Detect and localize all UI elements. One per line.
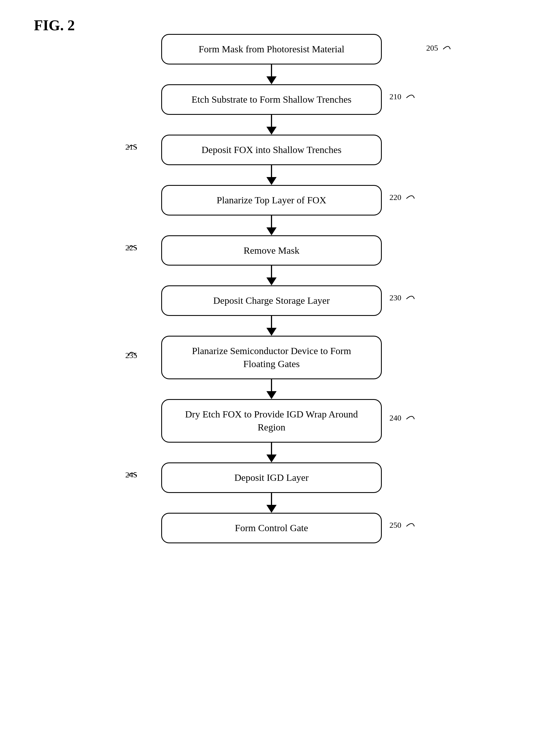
flowchart: Form Mask from Photoresist Material 205 (144, 34, 399, 543)
svg-text:210: 210 (389, 92, 401, 101)
step-wrapper-205: Form Mask from Photoresist Material 205 (144, 34, 399, 84)
step-row-250: Form Control Gate 250 (144, 513, 399, 543)
step-text-210: Etch Substrate to Form Shallow Trenches (191, 93, 352, 106)
step-box-230: Deposit Charge Storage Layer 230 (161, 285, 382, 316)
step-wrapper-240: Dry Etch FOX to Provide IGD Wrap Around … (144, 399, 399, 462)
step-text-235: Planarize Semiconductor Device to Form F… (176, 344, 367, 371)
step-row-225: Remove Mask 225 (144, 235, 399, 266)
step-text-250: Form Control Gate (235, 522, 308, 535)
svg-text:230: 230 (389, 293, 401, 302)
step-wrapper-220: Planarize Top Layer of FOX 220 (144, 185, 399, 235)
step-wrapper-225: Remove Mask 225 (144, 235, 399, 286)
page: FIG. 2 Form Mask from Photoresist Materi… (0, 0, 543, 756)
step-wrapper-210: Etch Substrate to Form Shallow Trenches … (144, 84, 399, 135)
svg-text:225: 225 (125, 243, 137, 252)
svg-text:250: 250 (389, 521, 401, 529)
step-row-240: Dry Etch FOX to Provide IGD Wrap Around … (144, 399, 399, 443)
connector-245 (266, 493, 277, 513)
step-row-245: Deposit IGD Layer 245 (144, 462, 399, 493)
step-wrapper-250: Form Control Gate 250 (144, 513, 399, 543)
connector-220 (266, 216, 277, 235)
step-wrapper-245: Deposit IGD Layer 245 (144, 462, 399, 513)
step-box-220: Planarize Top Layer of FOX 220 (161, 185, 382, 216)
step-row-215: Deposit FOX into Shallow Trenches 215 (144, 135, 399, 165)
step-box-245: Deposit IGD Layer 245 (161, 462, 382, 493)
step-text-225: Remove Mask (244, 244, 299, 257)
step-text-245: Deposit IGD Layer (234, 471, 309, 484)
step-box-215: Deposit FOX into Shallow Trenches 215 (161, 135, 382, 165)
svg-text:235: 235 (125, 351, 137, 360)
svg-text:245: 245 (125, 470, 137, 479)
step-row-235: Planarize Semiconductor Device to Form F… (144, 336, 399, 379)
step-wrapper-235: Planarize Semiconductor Device to Form F… (144, 336, 399, 399)
step-text-220: Planarize Top Layer of FOX (217, 194, 326, 207)
step-row-230: Deposit Charge Storage Layer 230 (144, 285, 399, 316)
step-text-240: Dry Etch FOX to Provide IGD Wrap Around … (176, 408, 367, 434)
step-row-220: Planarize Top Layer of FOX 220 (144, 185, 399, 216)
svg-text:215: 215 (125, 143, 137, 151)
step-text-205: Form Mask from Photoresist Material (199, 43, 344, 56)
step-wrapper-230: Deposit Charge Storage Layer 230 (144, 285, 399, 336)
svg-text:205: 205 (426, 44, 438, 52)
connector-240 (266, 443, 277, 462)
step-box-250: Form Control Gate 250 (161, 513, 382, 543)
step-row-205: Form Mask from Photoresist Material 205 (144, 34, 399, 64)
step-box-235: Planarize Semiconductor Device to Form F… (161, 336, 382, 379)
connector-205 (266, 64, 277, 84)
connector-225 (266, 266, 277, 285)
figure-label: FIG. 2 (34, 17, 75, 34)
svg-text:240: 240 (389, 413, 401, 422)
connector-230 (266, 316, 277, 336)
step-box-240: Dry Etch FOX to Provide IGD Wrap Around … (161, 399, 382, 443)
svg-text:220: 220 (389, 193, 401, 202)
step-text-230: Deposit Charge Storage Layer (213, 294, 330, 307)
step-wrapper-215: Deposit FOX into Shallow Trenches 215 (144, 135, 399, 185)
step-box-210: Etch Substrate to Form Shallow Trenches … (161, 84, 382, 115)
step-box-205: Form Mask from Photoresist Material 205 (161, 34, 382, 64)
connector-210 (266, 115, 277, 135)
connector-235 (266, 379, 277, 399)
step-row-210: Etch Substrate to Form Shallow Trenches … (144, 84, 399, 115)
step-box-225: Remove Mask 225 (161, 235, 382, 266)
step-text-215: Deposit FOX into Shallow Trenches (202, 143, 342, 156)
connector-215 (266, 165, 277, 185)
